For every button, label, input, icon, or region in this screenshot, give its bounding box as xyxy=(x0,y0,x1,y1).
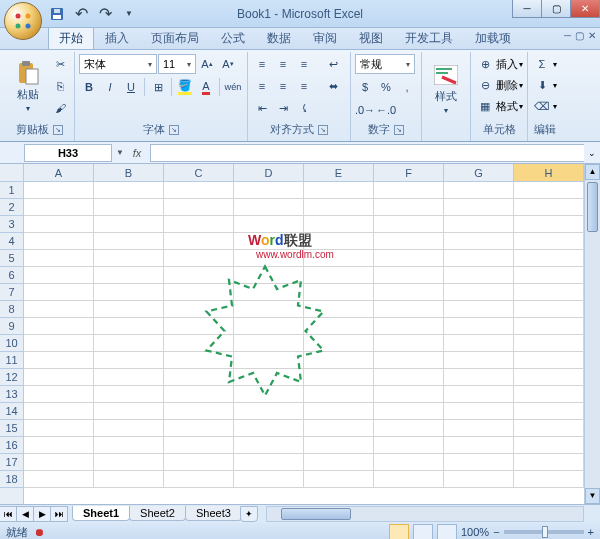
row-header-11[interactable]: 11 xyxy=(0,352,23,369)
row-header-3[interactable]: 3 xyxy=(0,216,23,233)
cell[interactable] xyxy=(444,318,514,335)
cell[interactable] xyxy=(514,386,584,403)
cell[interactable] xyxy=(24,369,94,386)
row-header-4[interactable]: 4 xyxy=(0,233,23,250)
cell[interactable] xyxy=(304,267,374,284)
decrease-decimal-button[interactable]: ←.0 xyxy=(376,100,396,120)
cell[interactable] xyxy=(514,471,584,488)
cell[interactable] xyxy=(304,335,374,352)
cell[interactable] xyxy=(374,284,444,301)
cell[interactable] xyxy=(94,335,164,352)
cell[interactable] xyxy=(374,454,444,471)
cell[interactable] xyxy=(164,301,234,318)
maximize-button[interactable]: ▢ xyxy=(541,0,571,18)
cell[interactable] xyxy=(24,437,94,454)
cell[interactable] xyxy=(444,386,514,403)
cell[interactable] xyxy=(164,284,234,301)
vscroll-thumb[interactable] xyxy=(587,182,598,232)
tab-数据[interactable]: 数据 xyxy=(256,26,302,49)
tab-页面布局[interactable]: 页面布局 xyxy=(140,26,210,49)
cell[interactable] xyxy=(374,403,444,420)
cell[interactable] xyxy=(374,301,444,318)
cells-area[interactable] xyxy=(24,182,584,504)
format-painter-button[interactable]: 🖌 xyxy=(50,98,70,118)
cell[interactable] xyxy=(164,233,234,250)
cell[interactable] xyxy=(164,267,234,284)
row-header-13[interactable]: 13 xyxy=(0,386,23,403)
cell[interactable] xyxy=(94,454,164,471)
cell[interactable] xyxy=(234,454,304,471)
align-center-button[interactable]: ≡ xyxy=(273,76,293,96)
office-button[interactable] xyxy=(4,2,42,40)
cell[interactable] xyxy=(24,199,94,216)
name-box[interactable]: H33 xyxy=(24,144,112,162)
row-header-1[interactable]: 1 xyxy=(0,182,23,199)
cut-button[interactable]: ✂ xyxy=(50,54,70,74)
cell[interactable] xyxy=(374,267,444,284)
increase-decimal-button[interactable]: .0→ xyxy=(355,100,375,120)
sheet-tab-Sheet2[interactable]: Sheet2 xyxy=(129,506,186,521)
format-cells-button[interactable]: 格式 xyxy=(496,99,518,114)
cell[interactable] xyxy=(444,335,514,352)
cell[interactable] xyxy=(24,471,94,488)
cell[interactable] xyxy=(94,403,164,420)
column-header-G[interactable]: G xyxy=(444,164,514,181)
insert-cells-button[interactable]: 插入 xyxy=(496,57,518,72)
font-size-combo[interactable]: 11▾ xyxy=(158,54,196,74)
cell[interactable] xyxy=(304,437,374,454)
cell[interactable] xyxy=(304,369,374,386)
tab-审阅[interactable]: 审阅 xyxy=(302,26,348,49)
cell[interactable] xyxy=(514,369,584,386)
alignment-launcher[interactable]: ↘ xyxy=(318,125,328,135)
column-header-E[interactable]: E xyxy=(304,164,374,181)
cell[interactable] xyxy=(234,182,304,199)
scroll-down-button[interactable]: ▼ xyxy=(585,488,600,504)
tab-插入[interactable]: 插入 xyxy=(94,26,140,49)
sheet-tab-Sheet1[interactable]: Sheet1 xyxy=(72,506,130,521)
tab-加载项[interactable]: 加载项 xyxy=(464,26,522,49)
row-header-8[interactable]: 8 xyxy=(0,301,23,318)
row-header-17[interactable]: 17 xyxy=(0,454,23,471)
column-header-D[interactable]: D xyxy=(234,164,304,181)
column-header-H[interactable]: H xyxy=(514,164,584,181)
cell[interactable] xyxy=(24,284,94,301)
macro-record-icon[interactable]: ⏺ xyxy=(34,526,45,538)
cell[interactable] xyxy=(24,454,94,471)
cell[interactable] xyxy=(514,267,584,284)
align-bottom-button[interactable]: ≡ xyxy=(294,54,314,74)
row-header-2[interactable]: 2 xyxy=(0,199,23,216)
align-left-button[interactable]: ≡ xyxy=(252,76,272,96)
cell[interactable] xyxy=(94,182,164,199)
cell[interactable] xyxy=(24,386,94,403)
zoom-in-button[interactable]: + xyxy=(588,526,594,538)
cell[interactable] xyxy=(234,352,304,369)
tab-开始[interactable]: 开始 xyxy=(48,26,94,49)
cell[interactable] xyxy=(234,369,304,386)
cell[interactable] xyxy=(164,386,234,403)
cell[interactable] xyxy=(304,233,374,250)
cell[interactable] xyxy=(234,318,304,335)
cell[interactable] xyxy=(94,233,164,250)
cell[interactable] xyxy=(24,318,94,335)
cell[interactable] xyxy=(444,250,514,267)
copy-button[interactable]: ⎘ xyxy=(50,76,70,96)
cell[interactable] xyxy=(374,471,444,488)
cell[interactable] xyxy=(374,386,444,403)
cell[interactable] xyxy=(444,471,514,488)
cell[interactable] xyxy=(164,216,234,233)
cell[interactable] xyxy=(24,267,94,284)
cell[interactable] xyxy=(514,403,584,420)
cell[interactable] xyxy=(374,199,444,216)
cell[interactable] xyxy=(514,420,584,437)
tab-视图[interactable]: 视图 xyxy=(348,26,394,49)
cell[interactable] xyxy=(24,301,94,318)
cell[interactable] xyxy=(234,250,304,267)
decrease-indent-button[interactable]: ⇤ xyxy=(252,98,272,118)
fx-button[interactable]: fx xyxy=(128,144,146,162)
increase-indent-button[interactable]: ⇥ xyxy=(273,98,293,118)
cell[interactable] xyxy=(234,301,304,318)
align-top-button[interactable]: ≡ xyxy=(252,54,272,74)
border-button[interactable]: ⊞ xyxy=(148,77,168,97)
cell[interactable] xyxy=(94,318,164,335)
select-all-corner[interactable] xyxy=(0,164,24,182)
